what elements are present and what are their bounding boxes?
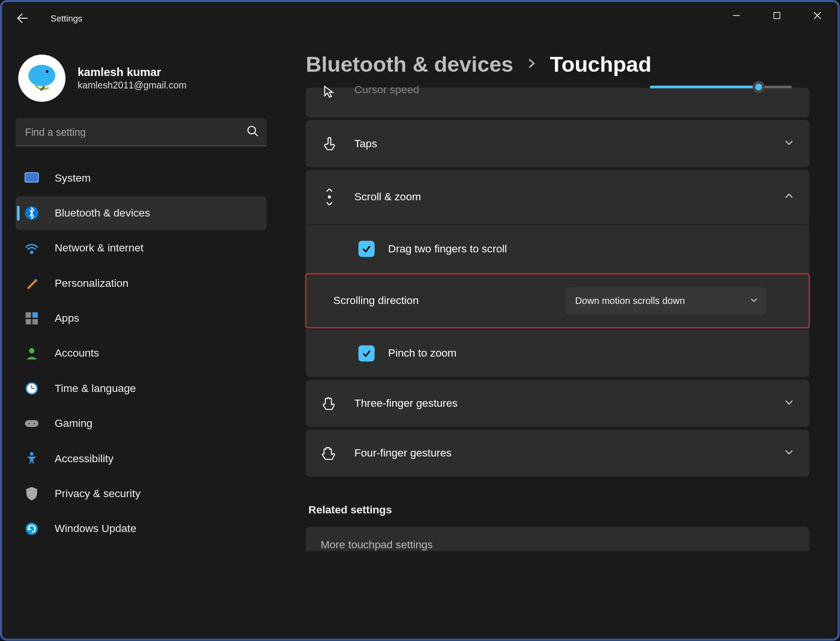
nav-accessibility[interactable]: Accessibility [15, 442, 266, 476]
three-finger-card[interactable]: Three-finger gestures [306, 380, 809, 427]
window-title: Settings [51, 13, 82, 23]
nav-label: Network & internet [55, 242, 144, 254]
scroll-zoom-header[interactable]: Scroll & zoom [306, 170, 809, 224]
nav-time-language[interactable]: Time & language [15, 371, 266, 405]
more-touchpad-label: More touchpad settings [321, 539, 433, 550]
nav-label: System [55, 172, 90, 184]
breadcrumb-current: Touchpad [550, 52, 651, 77]
user-profile[interactable]: kamlesh kumar kamlesh2011@gmail.com [15, 51, 266, 118]
accessibility-icon [23, 451, 40, 467]
svg-rect-7 [25, 173, 38, 182]
nav-accounts[interactable]: Accounts [15, 337, 266, 370]
tap-icon [321, 136, 338, 151]
window-controls [716, 2, 838, 29]
main-content: Bluetooth & devices Touchpad Cursor spee… [279, 34, 838, 639]
taps-label: Taps [354, 138, 768, 150]
breadcrumb: Bluetooth & devices Touchpad [306, 52, 831, 77]
close-button[interactable] [797, 2, 838, 29]
nav-label: Apps [55, 312, 79, 324]
person-icon [23, 345, 40, 361]
scrolling-direction-label: Scrolling direction [333, 295, 552, 307]
profile-email: kamlesh2011@gmail.com [77, 79, 187, 90]
svg-point-5 [248, 126, 255, 134]
minimize-button[interactable] [716, 2, 757, 29]
arrow-left-icon [16, 12, 28, 24]
chevron-down-icon [749, 295, 759, 306]
chevron-right-icon [526, 57, 538, 72]
back-button[interactable] [6, 2, 39, 34]
dropdown-value: Down motion scrolls down [575, 295, 685, 306]
profile-name: kamlesh kumar [77, 66, 187, 79]
search-input[interactable] [15, 118, 266, 146]
cursor-icon [321, 85, 338, 98]
nav-personalization[interactable]: Personalization [15, 266, 266, 300]
svg-point-10 [31, 251, 33, 253]
three-finger-label: Three-finger gestures [354, 397, 768, 409]
nav-label: Personalization [55, 277, 128, 289]
svg-point-4 [46, 70, 49, 73]
shield-icon [23, 486, 40, 502]
nav-network[interactable]: Network & internet [15, 231, 266, 265]
svg-line-6 [254, 133, 257, 136]
nav-label: Windows Update [55, 523, 136, 535]
system-icon [23, 170, 40, 186]
gamepad-icon [23, 415, 40, 432]
pinch-to-zoom-row[interactable]: Pinch to zoom [306, 328, 809, 377]
taps-card[interactable]: Taps [306, 120, 809, 167]
three-finger-icon [321, 395, 338, 412]
svg-rect-12 [26, 312, 31, 317]
cursor-speed-row: Cursor speed [306, 87, 809, 117]
settings-window: Settings kamlesh kumar kamlesh2011@gmail… [0, 0, 840, 641]
chevron-down-icon [784, 397, 795, 410]
drag-two-fingers-row[interactable]: Drag two fingers to scroll [306, 225, 809, 273]
svg-rect-21 [25, 420, 38, 427]
checkbox-checked[interactable] [358, 345, 375, 361]
brush-icon [23, 275, 40, 292]
nav-label: Gaming [55, 417, 92, 429]
clock-icon [23, 380, 40, 397]
checkbox-checked[interactable] [358, 241, 375, 257]
more-touchpad-card[interactable]: More touchpad settings [306, 527, 809, 551]
bluetooth-icon [23, 205, 40, 221]
related-settings-heading: Related settings [309, 504, 809, 516]
nav-apps[interactable]: Apps [15, 302, 266, 336]
apps-icon [23, 310, 40, 326]
nav-label: Bluetooth & devices [55, 207, 150, 219]
svg-point-26 [328, 196, 330, 198]
nav-system[interactable]: System [15, 161, 266, 195]
nav-label: Privacy & security [55, 488, 140, 500]
svg-point-23 [34, 423, 35, 424]
svg-rect-14 [26, 319, 31, 324]
search-icon [246, 125, 258, 140]
settings-list: Cursor speed Taps [306, 87, 809, 551]
scroll-icon [321, 188, 338, 206]
cursor-speed-card: Cursor speed [306, 87, 809, 117]
nav-windows-update[interactable]: Windows Update [15, 512, 266, 546]
nav-bluetooth-devices[interactable]: Bluetooth & devices [15, 196, 266, 230]
svg-point-24 [30, 452, 33, 456]
nav-label: Accessibility [55, 453, 113, 465]
drag-two-fingers-label: Drag two fingers to scroll [388, 243, 794, 255]
cursor-speed-slider[interactable] [650, 86, 792, 88]
four-finger-label: Four-finger gestures [354, 447, 768, 459]
chevron-down-icon [784, 137, 795, 150]
nav-list: System Bluetooth & devices Network & int… [15, 161, 266, 545]
chevron-down-icon [784, 446, 795, 460]
scrolling-direction-row: Scrolling direction Down motion scrolls … [305, 273, 810, 328]
scroll-zoom-card: Scroll & zoom Drag two fingers to scroll… [306, 170, 809, 377]
nav-gaming[interactable]: Gaming [15, 407, 266, 441]
svg-point-3 [28, 65, 55, 86]
sidebar: kamlesh kumar kamlesh2011@gmail.com Syst… [2, 34, 279, 639]
nav-privacy-security[interactable]: Privacy & security [15, 477, 266, 511]
four-finger-icon [321, 445, 338, 461]
maximize-button[interactable] [757, 2, 797, 29]
search-box[interactable] [15, 118, 266, 146]
four-finger-card[interactable]: Four-finger gestures [306, 430, 809, 477]
pinch-to-zoom-label: Pinch to zoom [388, 347, 794, 359]
scrolling-direction-dropdown[interactable]: Down motion scrolls down [565, 287, 766, 314]
scroll-zoom-label: Scroll & zoom [354, 191, 768, 203]
svg-rect-13 [33, 312, 38, 317]
breadcrumb-parent[interactable]: Bluetooth & devices [306, 52, 513, 77]
update-icon [23, 521, 40, 537]
svg-point-22 [28, 423, 30, 424]
